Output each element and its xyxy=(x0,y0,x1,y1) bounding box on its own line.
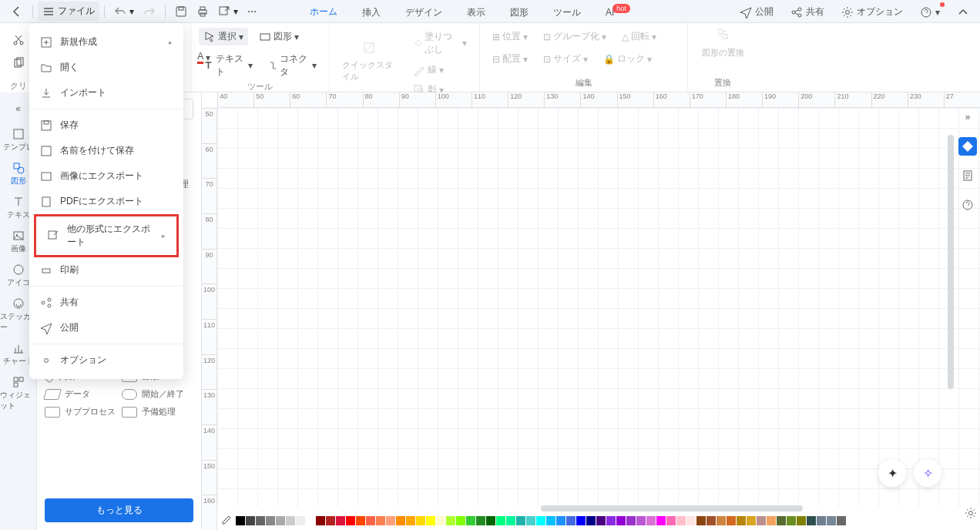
color-swatch[interactable] xyxy=(376,516,385,525)
color-swatch[interactable] xyxy=(566,516,576,525)
tab-tool[interactable]: ツール xyxy=(552,2,582,24)
rail-shapes[interactable]: 図形 xyxy=(11,162,26,186)
color-swatch[interactable] xyxy=(256,516,265,525)
redo-button[interactable] xyxy=(139,2,160,21)
shape-item[interactable]: サブプロセス xyxy=(45,406,117,418)
tab-design[interactable]: デザイン xyxy=(404,2,444,24)
color-swatch[interactable] xyxy=(777,516,786,525)
color-swatch[interactable] xyxy=(596,516,606,525)
color-swatch[interactable] xyxy=(817,516,826,525)
color-swatch[interactable] xyxy=(586,516,596,525)
collapse-right-button[interactable]: » xyxy=(958,108,977,126)
color-swatch[interactable] xyxy=(356,516,365,525)
color-swatch[interactable] xyxy=(837,516,846,525)
color-swatch[interactable] xyxy=(747,516,756,525)
shape-tool-button[interactable]: 図形▾ xyxy=(254,28,304,45)
print-button[interactable] xyxy=(192,2,213,21)
color-swatch[interactable] xyxy=(526,516,535,525)
color-swatch[interactable] xyxy=(717,516,726,525)
color-swatch[interactable] xyxy=(446,516,455,525)
shape-item[interactable]: 予備処理 xyxy=(122,406,194,418)
color-swatch[interactable] xyxy=(616,516,626,525)
replace-shape-icon[interactable] xyxy=(717,28,729,40)
menu-options[interactable]: オプション xyxy=(29,347,183,373)
menu-export-pdf[interactable]: PDFにエクスポート xyxy=(29,189,183,214)
more-shapes-button[interactable]: もっと見る xyxy=(45,498,193,522)
shape-item[interactable]: 開始／終了 xyxy=(122,388,194,400)
color-swatch[interactable] xyxy=(416,516,425,525)
menu-share[interactable]: 共有 xyxy=(29,290,183,315)
color-swatch[interactable] xyxy=(436,516,445,525)
rail-icon[interactable]: アイコ xyxy=(7,263,30,288)
publish-button[interactable]: 公開 xyxy=(737,3,777,21)
color-swatch[interactable] xyxy=(366,516,375,525)
tab-insert[interactable]: 挿入 xyxy=(361,2,382,24)
rotate-button[interactable]: △回転▾ xyxy=(617,28,661,45)
color-swatch[interactable] xyxy=(827,516,836,525)
color-swatch[interactable] xyxy=(807,516,816,525)
color-swatch[interactable] xyxy=(737,516,746,525)
color-swatch[interactable] xyxy=(406,516,415,525)
canvas[interactable]: 4050607080901001101201301401501601701801… xyxy=(202,92,980,530)
color-swatch[interactable] xyxy=(426,516,435,525)
color-swatch[interactable] xyxy=(556,516,566,525)
line-button[interactable]: 線▾ xyxy=(408,61,472,79)
replace-button[interactable]: 図形の置換 xyxy=(697,45,749,61)
color-swatch[interactable] xyxy=(516,516,525,525)
menu-print[interactable]: 印刷 xyxy=(29,257,183,283)
collapse-ribbon-button[interactable] xyxy=(954,4,972,21)
color-swatch[interactable] xyxy=(236,516,245,525)
tab-view[interactable]: 表示 xyxy=(465,2,487,24)
color-swatch[interactable] xyxy=(286,516,295,525)
color-swatch[interactable] xyxy=(666,516,676,525)
ai-sparkle-button[interactable]: ✦ xyxy=(878,459,906,487)
color-swatch[interactable] xyxy=(706,516,716,525)
ai-assistant-button[interactable]: ✧ xyxy=(914,459,941,487)
canvas-grid[interactable] xyxy=(217,108,980,507)
right-panel-page[interactable] xyxy=(958,166,977,185)
more-button[interactable]: ⋯ xyxy=(243,3,261,20)
color-swatch[interactable] xyxy=(606,516,616,525)
quickstyle-icon[interactable] xyxy=(363,42,375,54)
color-swatch[interactable] xyxy=(506,516,515,525)
share-button[interactable]: 共有 xyxy=(787,3,827,21)
color-swatch[interactable] xyxy=(316,516,325,525)
menu-import[interactable]: インポート xyxy=(29,80,183,106)
color-swatch[interactable] xyxy=(656,516,666,525)
color-swatch[interactable] xyxy=(476,516,485,525)
help-button[interactable]: ▾ xyxy=(917,4,943,21)
color-swatch[interactable] xyxy=(246,516,255,525)
dropper-icon[interactable] xyxy=(220,515,232,527)
menu-save-as[interactable]: 名前を付けて保存 xyxy=(29,138,183,163)
color-swatch[interactable] xyxy=(326,516,335,525)
color-swatch[interactable] xyxy=(576,516,586,525)
menu-save[interactable]: 保存 xyxy=(29,112,183,138)
color-swatch[interactable] xyxy=(797,516,806,525)
color-swatch[interactable] xyxy=(466,516,475,525)
color-swatch[interactable] xyxy=(276,516,285,525)
color-swatch[interactable] xyxy=(496,516,505,525)
back-button[interactable] xyxy=(6,2,28,21)
color-swatch[interactable] xyxy=(456,516,465,525)
connector-tool-button[interactable]: コネクタ▾ xyxy=(263,50,322,81)
rail-text[interactable]: テキス xyxy=(7,196,30,220)
export-button[interactable]: ▾ xyxy=(213,2,243,21)
color-swatch[interactable] xyxy=(386,516,395,525)
file-menu-button[interactable]: ファイル xyxy=(38,2,99,21)
collapse-left-button[interactable]: « xyxy=(11,99,25,119)
color-swatch[interactable] xyxy=(396,516,405,525)
cut-icon[interactable] xyxy=(12,34,25,46)
align-objects-button[interactable]: ⊟配置▾ xyxy=(488,50,532,68)
position-button[interactable]: ⊞位置▾ xyxy=(488,28,532,45)
color-swatch[interactable] xyxy=(757,516,766,525)
save-button[interactable] xyxy=(170,2,192,21)
horizontal-scrollbar[interactable] xyxy=(541,505,803,512)
tab-shape[interactable]: 図形 xyxy=(508,2,530,24)
color-swatch[interactable] xyxy=(636,516,646,525)
menu-new[interactable]: 新規作成▸ xyxy=(29,29,183,55)
fill-button[interactable]: 塗りつぶし▾ xyxy=(408,28,472,59)
options-button[interactable]: オプション xyxy=(838,3,906,21)
menu-export-other[interactable]: 他の形式にエクスポート▸ xyxy=(34,214,179,257)
text-tool-button[interactable]: テキスト▾ xyxy=(199,50,257,81)
group-button[interactable]: ⊡グループ化▾ xyxy=(539,28,611,45)
